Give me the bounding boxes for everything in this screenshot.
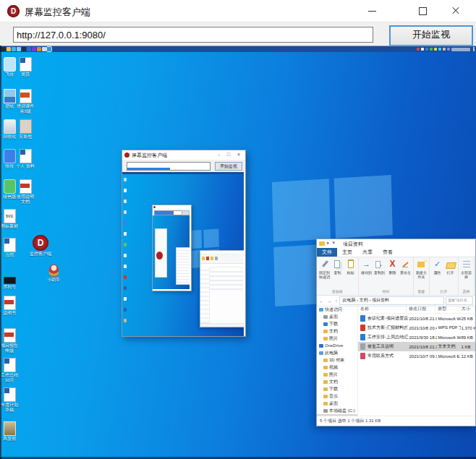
nav-folder-icon	[319, 344, 323, 348]
tray-icon	[421, 48, 424, 51]
ribbon-button-move: 移动到	[360, 259, 373, 279]
tray-icon	[417, 48, 420, 51]
desktop-icon-label: 说明书	[0, 311, 19, 316]
file-cell: Microsoft W...	[437, 335, 460, 340]
explorer-search-box: 搜索"项目资料"	[446, 296, 473, 305]
word-icon	[4, 238, 16, 252]
nav-folder-icon	[323, 380, 328, 384]
ribbon-button-label: 粘贴	[344, 270, 357, 279]
remote-desktop-icon: SVG图标素材	[0, 209, 19, 229]
file-cell: 2021/10/8 20:45	[408, 326, 437, 330]
nav-folder-icon	[323, 337, 328, 340]
level2-file-explorer	[176, 247, 190, 285]
nested-url-input: http://127.0.0.1:9080/	[127, 162, 211, 171]
app-icon	[4, 179, 16, 194]
minimize-button[interactable]	[356, 0, 389, 22]
file-cell: 1 KB	[461, 345, 475, 349]
ribbon-button-del: X删除	[386, 259, 399, 279]
remote-screen-view[interactable]: 飞传简历壁纸培训课件 第3版回收站安装包快传个人 资料绿色版使用说明 文档SVG…	[0, 46, 476, 459]
level2-dlogo-desktop-icon	[156, 252, 163, 259]
dlogo-icon: D	[33, 235, 48, 251]
remote-window-monitor-client-level2	[152, 205, 192, 291]
level2-titlebar	[153, 205, 191, 210]
nested-app-logo-icon	[124, 153, 129, 158]
ribbon-button-label: 新建文件夹	[415, 270, 428, 279]
explorer-nav-item: 视频	[317, 364, 357, 371]
ribbon-group-items: 移动到复制到X删除重命名	[360, 259, 412, 288]
desktop-icon-label: 使用说明 文档	[16, 194, 35, 205]
explorer-tab-3: 查看	[378, 248, 398, 257]
remote-desktop-icon: 合同	[0, 238, 19, 258]
tray-icon	[434, 48, 437, 51]
file-cell: 技术方案-汇报材料[打印版]	[367, 325, 408, 331]
ribbon-group-label: 选择	[460, 288, 472, 295]
desktop-icon-label: 项目报告 终版	[0, 343, 19, 353]
ribbon-group: 新建文件夹新建	[414, 257, 430, 295]
nested-desktop-icon-dot	[124, 297, 127, 301]
nested-remote-taskbar	[122, 172, 244, 174]
ribbon-button-newf: 新建文件夹	[415, 259, 428, 279]
nested-desktop-icon-dot	[124, 221, 127, 225]
tray-icon	[430, 48, 433, 51]
ribbon-group-items: 新建文件夹	[415, 259, 428, 288]
ribbon-group-label: 组织	[360, 288, 412, 295]
ribbon-group-items: 固定到快速访问复制粘贴	[318, 259, 357, 288]
taskbar-app-icon	[7, 47, 11, 51]
url-input[interactable]	[13, 27, 373, 43]
level2-screen-view	[153, 215, 190, 289]
level2-url-input	[154, 210, 183, 215]
ribbon-button-copy: 复制	[331, 259, 344, 279]
desktop-icon-label: 培训课件 第3版	[16, 104, 35, 114]
nested-desktop-icon-dot	[124, 200, 127, 203]
nav-folder-icon	[323, 395, 328, 398]
ribbon-button-label: 复制到	[373, 270, 386, 279]
explorer-title: 项目资料	[343, 241, 363, 248]
nested-desktop-icon-dot	[124, 254, 127, 257]
file-cell: 文本文档	[437, 343, 460, 350]
explorer-nav-item: 下载	[317, 320, 357, 327]
ribbon-button-paste: 粘贴	[344, 259, 357, 279]
tray-icon	[443, 48, 446, 51]
desktop-icon-label: 序列号	[0, 285, 19, 290]
explorer-file-list: 名称修改日期类型大小 会议纪要-项目进度说明(终稿)2021/10/8 21:0…	[358, 305, 475, 416]
file-row: 常用联系方式2021/10/7 09:15Microsoft E...12 KB	[358, 351, 475, 361]
nested-screen-view	[122, 172, 244, 336]
pdf-icon	[4, 328, 16, 343]
bin-icon	[4, 119, 16, 134]
explorer-nav-item: 快速访问	[317, 306, 357, 313]
nested-desktop-icon-dot	[124, 210, 127, 214]
nav-folder-icon	[323, 359, 328, 362]
move-icon	[362, 259, 372, 270]
explorer-nav-item: 音乐	[317, 392, 357, 400]
ribbon-group: 移动到复制到X删除重命名组织	[359, 257, 414, 295]
nested-desktop-icon-dot	[124, 243, 127, 246]
maximize-button[interactable]	[406, 0, 439, 22]
taskbar-app-icon	[47, 47, 51, 51]
remote-desktop-icon: D监控客户端	[25, 235, 56, 257]
explorer-nav-pane: 快速访问桌面下载文档图片OneDrive此电脑3D 对象视频图片文档下载音乐桌面…	[317, 305, 358, 416]
tray-icon	[438, 48, 441, 51]
pdf-icon	[4, 296, 16, 310]
ribbon-button-label: 删除	[386, 270, 399, 279]
file-cell: 会议纪要-项目进度说明(终稿)	[367, 315, 408, 322]
taskbar-app-icon	[22, 47, 26, 51]
explorer-nav-item: 本地磁盘 (C:)	[317, 407, 357, 414]
thumb-icon	[4, 421, 16, 436]
taskbar-app-icon	[37, 47, 41, 51]
ribbon-button-pin: 固定到快速访问	[318, 259, 331, 279]
desktop-icon-label: 个人 资料	[16, 164, 35, 169]
taskbar-app-icon	[42, 47, 46, 51]
remote-desktop-icon: 说明书	[0, 296, 19, 316]
close-button[interactable]	[439, 0, 472, 22]
word-icon	[4, 358, 16, 372]
nested-window-title: 屏幕监控客户端	[132, 152, 167, 159]
ren-icon	[401, 259, 411, 270]
nav-folder-icon	[319, 351, 323, 355]
ribbon-group-label: 剪贴板	[318, 288, 357, 295]
explorer-nav-item: OneDrive	[317, 342, 357, 349]
file-row: 工作安排-上周总结(已确认)2021/9/30 18:22Microsoft W…	[358, 333, 475, 342]
word-icon	[4, 387, 16, 402]
ribbon-button-label: 全部选择	[460, 270, 472, 279]
start-monitor-button[interactable]: 开始监视	[389, 25, 473, 46]
desktop-icon-label: 简历	[16, 72, 35, 77]
